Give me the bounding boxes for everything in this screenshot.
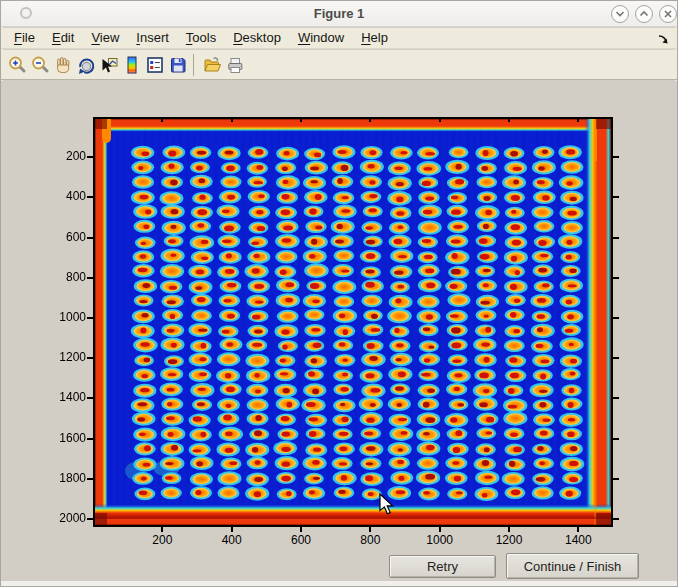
y-tick	[87, 277, 93, 279]
y-tick-label: 600	[42, 231, 86, 244]
close-icon	[660, 6, 676, 22]
y-tick-inner	[613, 237, 619, 239]
y-tick-inner	[613, 518, 619, 520]
menu-help[interactable]: Help	[361, 28, 388, 48]
menu-view[interactable]: View	[91, 28, 119, 48]
window-title: Figure 1	[1, 6, 677, 21]
x-tick	[577, 527, 579, 532]
x-tick-inner	[439, 117, 441, 122]
open-button[interactable]	[200, 53, 223, 77]
maximize-button[interactable]	[635, 5, 653, 23]
y-tick-label: 1800	[42, 472, 86, 485]
menu-file[interactable]: File	[14, 28, 35, 48]
menu-edit[interactable]: Edit	[52, 28, 74, 48]
open-icon	[202, 55, 222, 75]
zoom-out-button[interactable]	[28, 53, 51, 77]
dock-arrow-icon	[657, 33, 670, 46]
x-tick-label: 1000	[415, 534, 465, 547]
menu-tools[interactable]: Tools	[186, 28, 216, 48]
x-tick-inner	[300, 117, 302, 122]
dock-figure-button[interactable]	[657, 32, 670, 52]
x-tick-inner	[508, 117, 510, 122]
save-icon	[168, 55, 188, 75]
shade-button[interactable]	[611, 5, 629, 23]
x-tick	[369, 527, 371, 532]
zoom-in-icon	[7, 55, 27, 75]
continue-finish-button[interactable]: Continue / Finish	[506, 553, 639, 579]
rotate-3d-button[interactable]	[74, 53, 97, 77]
x-tick	[231, 527, 233, 532]
y-tick-inner	[613, 277, 619, 279]
toolbar-separator	[193, 54, 194, 76]
y-tick	[87, 518, 93, 520]
x-tick	[508, 527, 510, 532]
y-tick	[87, 317, 93, 319]
rotate-3d-icon	[76, 55, 96, 75]
legend-icon	[145, 55, 165, 75]
x-tick-label: 200	[137, 534, 187, 547]
menubar-items: FileEditViewInsertToolsDesktopWindowHelp	[14, 30, 405, 45]
y-tick-label: 400	[42, 190, 86, 203]
toolbar	[1, 50, 677, 80]
pan-icon	[53, 55, 73, 75]
menu-desktop[interactable]: Desktop	[233, 28, 281, 48]
x-tick-inner	[161, 117, 163, 122]
x-tick-label: 1200	[484, 534, 534, 547]
window-bottom-border	[1, 581, 677, 586]
y-tick-inner	[613, 357, 619, 359]
y-tick-label: 200	[42, 150, 86, 163]
y-tick-label: 800	[42, 271, 86, 284]
menu-window[interactable]: Window	[298, 28, 344, 48]
y-tick-inner	[613, 438, 619, 440]
save-button[interactable]	[166, 53, 189, 77]
y-tick-inner	[613, 478, 619, 480]
microarray-image[interactable]	[95, 119, 611, 525]
y-tick-label: 2000	[42, 512, 86, 525]
y-tick	[87, 397, 93, 399]
data-cursor-icon	[99, 55, 119, 75]
insert-colorbar-button[interactable]	[120, 53, 143, 77]
y-tick-label: 1200	[42, 351, 86, 364]
y-tick	[87, 156, 93, 158]
x-tick-label: 1400	[553, 534, 603, 547]
x-tick-inner	[577, 117, 579, 122]
data-cursor-button[interactable]	[97, 53, 120, 77]
menu-insert[interactable]: Insert	[136, 28, 169, 48]
y-tick	[87, 237, 93, 239]
titlebar[interactable]: Figure 1	[1, 1, 677, 27]
x-tick-label: 400	[207, 534, 257, 547]
zoom-out-icon	[30, 55, 50, 75]
insert-legend-button[interactable]	[143, 53, 166, 77]
chevron-up-icon	[636, 6, 652, 22]
close-button[interactable]	[659, 5, 677, 23]
y-tick-inner	[613, 397, 619, 399]
y-tick	[87, 357, 93, 359]
x-tick	[161, 527, 163, 532]
y-tick	[87, 478, 93, 480]
y-tick-inner	[613, 196, 619, 198]
y-tick-label: 1400	[42, 391, 86, 404]
x-tick	[300, 527, 302, 532]
y-tick	[87, 438, 93, 440]
y-tick	[87, 196, 93, 198]
x-tick	[439, 527, 441, 532]
mouse-cursor	[379, 493, 397, 517]
x-tick-label: 800	[345, 534, 395, 547]
colorbar-icon	[122, 55, 142, 75]
retry-button[interactable]: Retry	[389, 555, 496, 578]
zoom-in-button[interactable]	[5, 53, 28, 77]
y-tick-inner	[613, 317, 619, 319]
x-tick-inner	[231, 117, 233, 122]
pan-button[interactable]	[51, 53, 74, 77]
print-button[interactable]	[223, 53, 246, 77]
x-tick-inner	[369, 117, 371, 122]
y-tick-label: 1000	[42, 311, 86, 324]
menubar: FileEditViewInsertToolsDesktopWindowHelp	[1, 28, 677, 49]
y-tick-label: 1600	[42, 432, 86, 445]
figure-window: Figure 1 FileEditViewInsertToolsDesktopW…	[0, 0, 678, 587]
chevron-down-icon	[612, 6, 628, 22]
x-tick-label: 600	[276, 534, 326, 547]
print-icon	[225, 55, 245, 75]
y-tick-inner	[613, 156, 619, 158]
